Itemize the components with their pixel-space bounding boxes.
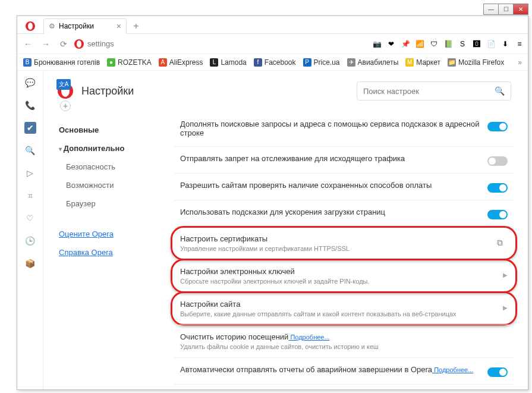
gear-icon: ⚙ [49,22,55,30]
bookmark-item[interactable]: ✈Авиабилеты [347,58,399,67]
settings-header: Настройки 🔍 [43,71,528,109]
close-window-button[interactable]: ✕ [513,4,528,15]
nav-advanced[interactable]: Дополнительно [53,139,168,158]
settings-row: Разрешить сайтам проверять наличие сохра… [174,173,514,200]
nav-browser[interactable]: Браузер [53,194,168,213]
row-description: Сбросьте настройки электронных ключей и … [180,278,496,285]
extension-icons: 📷❤📌📶🛡📗S🅾📄⬇≡ [372,39,524,49]
sidebar-icon[interactable]: 📞 [24,99,36,111]
back-button[interactable]: ← [21,37,35,51]
row-title: Использовать подсказки для ускорения заг… [180,207,480,216]
sidebar-icon[interactable]: ▷ [24,167,36,179]
toggle-switch[interactable] [487,122,508,131]
extension-icon[interactable]: 📶 [415,39,424,49]
row-description: Управление настройками и сертификатами H… [180,245,490,252]
search-icon: 🔍 [495,86,505,96]
sidebar-icon[interactable]: 💬 [24,77,36,89]
settings-search[interactable]: 🔍 [357,81,511,100]
settings-row: Помогите усовершенствовать Opera, отправ… [174,384,514,389]
sidebar-icon[interactable]: ♡ [24,212,36,224]
bookmarks-overflow[interactable]: » [518,58,522,67]
settings-nav: Основные Дополнительно Безопасность Возм… [43,109,168,389]
tab-strip: ⚙ Настройки × + [17,16,528,34]
minimize-button[interactable]: — [483,4,499,15]
vertical-sidebar: 💬📞✔🔍▷⌗♡🕒📦 [17,71,43,389]
learn-more-link[interactable]: Подробнее... [288,334,329,341]
chevron-right-icon: ▶ [503,272,508,278]
nav-rate-opera[interactable]: Оцените Opera [53,225,168,243]
extension-icon[interactable]: 🛡 [429,39,439,49]
bookmark-label: Facebook [265,58,296,67]
reload-button[interactable]: ⟳ [56,37,71,51]
bookmark-item[interactable]: fFacebook [254,58,296,67]
new-tab-button[interactable]: + [130,20,142,32]
row-title: Очистить историю посещений Подробнее... [180,332,508,341]
nav-basic[interactable]: Основные [53,121,168,139]
extension-icon[interactable]: 📗 [443,39,453,49]
extension-icon[interactable]: ❤ [386,39,396,49]
bookmark-favicon: L [210,58,218,67]
row-title: Настроить сертификаты [180,234,490,243]
extension-icon[interactable]: 📷 [372,39,382,49]
bookmark-item[interactable]: ●ROZETKA [107,58,152,67]
bookmark-label: Маркет [416,58,440,67]
nav-security[interactable]: Безопасность [53,158,168,176]
extension-icon[interactable]: 🅾 [472,39,481,49]
extension-icon[interactable]: S [458,39,467,49]
settings-row: Отправлять запрет на отслеживание для ис… [174,146,514,173]
tab-settings[interactable]: ⚙ Настройки × [43,18,127,34]
extension-icon[interactable]: 📄 [486,39,496,49]
address-text[interactable]: settings [87,39,114,48]
settings-row: Автоматически отправлять отчеты об авари… [174,357,514,384]
bookmark-favicon: ● [107,58,115,67]
settings-rows: Дополнять поисковые запросы и адреса с п… [168,109,528,389]
toggle-switch[interactable] [487,210,508,219]
tab-title: Настройки [59,22,94,30]
bookmark-favicon: B [23,58,32,67]
nav-help-opera[interactable]: Справка Opera [53,243,168,262]
bookmark-favicon: 📁 [448,58,456,67]
settings-row[interactable]: Настройки электронных ключейСбросьте нас… [174,259,514,292]
sidebar-icon[interactable]: ✔ [24,122,36,134]
settings-content: Настройки 🔍 Основные Дополнительно Безоп… [43,71,528,389]
row-title: Отправлять запрет на отслеживание для ис… [180,154,480,163]
sidebar-icon[interactable]: 🕒 [24,235,36,247]
forward-button[interactable]: → [39,37,53,51]
toggle-switch[interactable] [487,156,508,166]
bookmark-label: AliExpress [169,58,203,67]
toggle-switch[interactable] [487,183,508,193]
bookmark-item[interactable]: 📁Mozilla Firefox [448,58,504,67]
address-bar: ← → ⟳ settings 📷❤📌📶🛡📗S🅾📄⬇≡ [17,34,528,54]
settings-row[interactable]: Настройки сайтаВыберите, какие данные от… [174,292,514,325]
opera-logo-icon [74,39,84,49]
bookmark-item[interactable]: AAliExpress [159,58,203,67]
sidebar-icon[interactable]: 📦 [24,257,36,269]
bookmark-item[interactable]: BБронювання готелів [23,58,100,67]
bookmark-label: Price.ua [314,58,340,67]
bookmark-favicon: f [254,58,262,67]
close-tab-button[interactable]: × [117,21,121,31]
settings-row[interactable]: Очистить историю посещений Подробнее...У… [174,325,514,357]
toggle-switch[interactable] [487,367,508,377]
settings-row[interactable]: Настроить сертификатыУправление настройк… [174,227,514,259]
row-title: Настройки сайта [180,300,496,309]
row-description: Удалить файлы cookie и данные сайтов, оч… [180,343,508,350]
extension-icon[interactable]: ⬇ [500,39,510,49]
maximize-button[interactable]: ☐ [498,4,514,15]
add-sidebar-button[interactable]: + [60,100,71,111]
sidebar-icon[interactable]: ⌗ [24,190,36,202]
bookmark-item[interactable]: LLamoda [210,58,246,67]
bookmark-item[interactable]: PPrice.ua [303,58,340,67]
row-title: Автоматически отправлять отчеты об авари… [180,365,480,374]
extension-icon[interactable]: ≡ [515,39,524,49]
bookmark-item[interactable]: MМаркет [405,58,440,67]
translate-badge[interactable]: 文A [56,79,71,90]
sidebar-icon[interactable]: 🔍 [24,144,36,156]
learn-more-link[interactable]: Подробнее... [432,366,473,373]
extension-icon[interactable]: 📌 [401,39,410,49]
nav-features[interactable]: Возможности [53,176,168,194]
bookmarks-bar: BБронювання готелів●ROZETKAAAliExpressLL… [17,54,528,71]
search-input[interactable] [363,87,495,96]
page-title: Настройки [81,85,134,98]
opera-menu-button[interactable] [17,21,43,31]
